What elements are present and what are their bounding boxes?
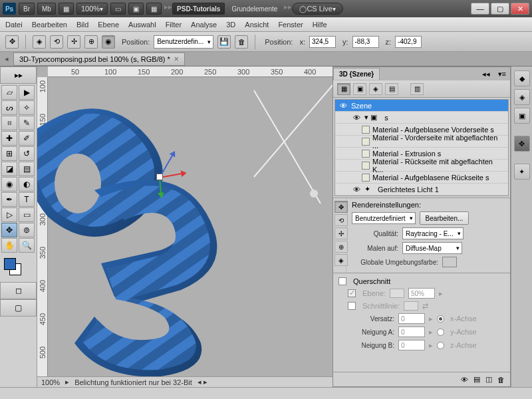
scene-light[interactable]: 👁✦ Gerichtetes Licht 1 (335, 184, 508, 196)
menu-fenster[interactable]: Fenster (278, 21, 303, 29)
wand-tool[interactable]: ✧ (19, 100, 35, 115)
tiltB-input[interactable]: 0 (398, 340, 425, 350)
toggle-ground-icon[interactable]: ▤ (473, 375, 480, 384)
heal-tool[interactable]: ✚ (1, 131, 17, 146)
tools-collapse[interactable]: ▸▸ (0, 66, 37, 84)
eraser-tool[interactable]: ◪ (1, 162, 17, 176)
ruler-icon[interactable]: ▦ (59, 3, 74, 15)
menu-auswahl[interactable]: Auswahl (128, 21, 156, 29)
3d-camera-tool[interactable]: ⊚ (19, 223, 35, 237)
menu-bild[interactable]: Bild (76, 21, 88, 29)
shape-tool[interactable]: ▭ (19, 207, 35, 222)
menu-3d[interactable]: 3D (226, 21, 235, 29)
axis-z-radio[interactable] (437, 342, 444, 349)
blur-tool[interactable]: ◉ (1, 177, 17, 192)
panel-menu-icon[interactable]: ▾≡ (494, 70, 510, 78)
filter-mesh-icon[interactable]: ▣ (353, 83, 366, 95)
pos-y-input[interactable] (352, 36, 379, 48)
menu-hilfe[interactable]: Hilfe (313, 21, 327, 29)
menu-bearbeiten[interactable]: Bearbeiten (32, 21, 67, 29)
quality-select[interactable]: Raytracing - E... (402, 227, 464, 239)
filter-material-icon[interactable]: ◈ (369, 83, 382, 95)
workspace-active[interactable]: PSD-Tutorials (172, 3, 225, 15)
3d-scene-tab[interactable]: 3D {Szene} (333, 68, 380, 80)
stamp-tool[interactable]: ⊞ (1, 146, 17, 161)
screen-mode-3[interactable]: ▦ (146, 3, 162, 15)
history-brush-tool[interactable]: ↺ (19, 146, 35, 161)
menu-filter[interactable]: Filter (166, 21, 182, 29)
hand-tool[interactable]: ✋ (1, 238, 17, 253)
quickmask-toggle[interactable]: ◻ (0, 282, 37, 299)
eyedropper-tool[interactable]: ✎ (19, 116, 35, 130)
bridge-button[interactable]: Br (19, 3, 35, 15)
section-scale-icon[interactable]: ◈ (334, 254, 348, 266)
crop-tool[interactable]: ⌗ (1, 116, 17, 130)
tiltA-input[interactable]: 0 (398, 327, 425, 337)
3d-rotate-icon[interactable]: ✥ (5, 35, 19, 49)
close-tab-icon[interactable]: × (174, 55, 179, 64)
filter-scene-icon[interactable]: ▦ (337, 83, 350, 95)
dock-3d-icon[interactable]: ✥ (514, 136, 530, 152)
axis-x-radio[interactable] (437, 315, 444, 323)
panel-scroll-icon[interactable]: ◂◂ (478, 70, 494, 78)
axis-y-radio[interactable] (437, 329, 444, 336)
3d-cube-1[interactable]: ◈ (33, 35, 46, 49)
filter-extra-icon[interactable]: ▥ (410, 83, 424, 95)
section-checkbox[interactable] (338, 277, 346, 285)
document-tab[interactable]: 3D-Typocomposing.psd bei 100% (s, RGB/8)… (13, 53, 185, 66)
plane-color[interactable] (390, 289, 404, 298)
render-preset-select[interactable]: Benutzerdefiniert (352, 212, 416, 224)
screen-mode-2[interactable]: ▣ (128, 3, 144, 15)
menu-ansicht[interactable]: Ansicht (245, 21, 269, 29)
maximize-button[interactable]: ▢ (491, 3, 509, 15)
3d-cube-3[interactable]: ✢ (67, 35, 80, 49)
pen-tool[interactable]: ✒ (1, 192, 17, 207)
gradient-tool[interactable]: ▤ (19, 162, 35, 176)
type-tool[interactable]: T (19, 192, 35, 207)
cslive-button[interactable]: ◯ CS Live ▾ (292, 3, 343, 15)
dock-color-icon[interactable]: ◆ (514, 70, 530, 86)
lasso-tool[interactable]: ᔕ (1, 100, 17, 115)
color-swatches[interactable] (0, 254, 37, 275)
screenmode-toggle[interactable]: ▢ (0, 299, 37, 317)
minimize-button[interactable]: — (471, 3, 489, 15)
delete-icon[interactable]: 🗑 (497, 376, 505, 384)
offset-input[interactable]: 0 (398, 313, 425, 324)
pos-x-input[interactable] (309, 36, 336, 48)
workspace-next[interactable]: Grundelemente (227, 3, 281, 15)
render-edit-button[interactable]: Bearbeiten... (420, 211, 469, 225)
toggle-lights-icon[interactable]: 👁 (461, 376, 468, 384)
3d-rotate-tool[interactable]: ✥ (1, 223, 17, 237)
line-color[interactable] (404, 301, 418, 311)
menu-ebene[interactable]: Ebene (98, 21, 119, 29)
path-tool[interactable]: ▷ (1, 207, 17, 222)
pos-z-input[interactable] (395, 36, 422, 48)
filter-light-icon[interactable]: ▤ (385, 83, 398, 95)
screen-mode-1[interactable]: ▭ (110, 3, 126, 15)
scene-mat-4[interactable]: Material - Aufgeblasene Rückseite s (335, 172, 508, 184)
paint-select[interactable]: Diffuse-Map (402, 242, 462, 254)
brush-tool[interactable]: ✐ (19, 131, 35, 146)
env-color-swatch[interactable] (442, 257, 457, 267)
scene-mat-3[interactable]: Material - Rückseite mit abgeflachten K.… (335, 160, 508, 172)
marquee-tool[interactable]: ▶ (19, 85, 35, 100)
flip-icon[interactable]: ⇄ (422, 302, 428, 311)
zoom-readout[interactable]: 100% (41, 378, 60, 386)
scene-mat-1[interactable]: Material - Vorderseite mit abgeflachten … (335, 136, 508, 148)
menu-datei[interactable]: Datei (5, 21, 23, 29)
close-button[interactable]: ✕ (511, 3, 529, 15)
section-roll-icon[interactable]: ⟲ (334, 214, 348, 226)
section-slide-icon[interactable]: ⊕ (334, 241, 348, 253)
plane-opacity[interactable]: 50% (408, 288, 435, 299)
tab-scroll-left[interactable]: ◂ (0, 55, 13, 63)
scene-mesh[interactable]: 👁▾ ▣ s (335, 112, 508, 124)
move-tool[interactable]: ▱ (1, 85, 17, 100)
minibridge-button[interactable]: Mb (37, 3, 56, 15)
section-rotate-icon[interactable]: ✥ (334, 201, 348, 213)
dock-layers-icon[interactable]: ✦ (514, 164, 530, 180)
delete-preset-icon[interactable]: 🗑 (235, 35, 248, 49)
save-preset-icon[interactable]: 💾 (217, 35, 231, 49)
position-select[interactable]: Benutzerdefin... (154, 35, 213, 49)
zoom-level[interactable]: 100% ▾ (76, 3, 108, 15)
menu-analyse[interactable]: Analyse (191, 21, 217, 29)
